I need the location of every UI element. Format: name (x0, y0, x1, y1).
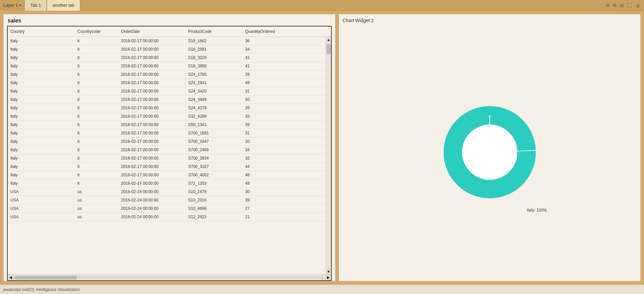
tab-another-tab-label: another tab (52, 3, 74, 8)
table-cell: 31 (243, 87, 293, 95)
table-cell: Italy (8, 45, 75, 53)
panel-title: sales (4, 14, 335, 26)
table-row[interactable]: Italyit2016-02-17 00:00:00S700_204730 (8, 137, 326, 146)
h-scroll-track (15, 276, 324, 280)
table-cell: 48 (243, 179, 293, 187)
table-row[interactable]: Italyit2016-02-17 00:00:00S72_125348 (8, 179, 326, 188)
tab-toolbar-icons: ✉ ⧉ ⊟ ⛶ 🖨 (606, 2, 644, 8)
table-cell: 31 (243, 129, 293, 137)
tab-tab1[interactable]: Tab 1 (24, 0, 47, 11)
table-row[interactable]: Italyit2016-02-17 00:00:00S700_283432 (8, 154, 326, 163)
table-cell: S24_3949 (185, 96, 243, 104)
print-icon[interactable]: 🖨 (635, 3, 640, 8)
table-row[interactable]: Italyit2016-02-17 00:00:00S50_134139 (8, 121, 326, 129)
dropdown-arrow-icon: ▾ (19, 3, 21, 7)
table-cell: it (75, 163, 118, 171)
email-icon[interactable]: ✉ (606, 3, 610, 8)
table-cell: us (75, 204, 118, 213)
table-cell: S24_3420 (185, 87, 243, 95)
table-cell: 28 (243, 70, 293, 78)
table-cell: it (75, 79, 118, 87)
table-cell: Italy (8, 154, 75, 162)
table-cell: it (75, 96, 118, 104)
table-row[interactable]: Italyit2016-02-17 00:00:00S32_428933 (8, 112, 326, 121)
table-cell: 32 (243, 154, 293, 162)
table-cell: S18_3856 (185, 62, 243, 70)
table-cell: USA (8, 196, 75, 204)
col-header-countrycode: Countrycode (75, 26, 118, 37)
table-row[interactable]: Italyit2016-02-17 00:00:00S24_178528 (8, 70, 326, 79)
table-row[interactable]: USAus2016-02-24 00:00:00S10_167830 (8, 188, 326, 196)
table-cell: Italy (8, 179, 75, 187)
filter-icon[interactable]: ⊟ (620, 3, 624, 8)
table-cell: Italy (8, 37, 75, 45)
table-row[interactable]: USAus2016-02-24 00:00:00S10_469827 (8, 204, 326, 213)
table-row[interactable]: USAus2016-02-24 00:00:00S10_201639 (8, 196, 326, 204)
table-cell: Italy (8, 62, 75, 70)
table-cell: it (75, 146, 118, 154)
table-cell: it (75, 112, 118, 120)
table-row[interactable]: Italyit2016-02-17 00:00:00S18_302941 (8, 54, 326, 62)
table-cell: S700_2466 (185, 146, 243, 154)
table-cell: USA (8, 204, 75, 213)
table-row[interactable]: Italyit2016-02-17 00:00:00S18_258134 (8, 45, 326, 54)
table-cell: 21 (243, 213, 293, 221)
table-cell: it (75, 87, 118, 95)
chart-title: Chart Widget 2 (342, 18, 374, 23)
table-cell: 44 (243, 163, 293, 171)
scroll-right-button[interactable]: ▶ (325, 275, 331, 281)
table-cell: S72_1253 (185, 179, 243, 187)
table-row[interactable]: Italyit2016-02-17 00:00:00S24_394950 (8, 96, 326, 104)
table-cell: 41 (243, 62, 293, 70)
table-cell: it (75, 129, 118, 137)
col-header-productcode: ProductCode (185, 26, 243, 37)
table-cell: 34 (243, 45, 293, 53)
tab-another-tab[interactable]: another tab (47, 0, 80, 11)
table-row[interactable]: Italyit2016-02-17 00:00:00S700_246634 (8, 146, 326, 154)
table-cell: S24_4278 (185, 104, 243, 112)
table-body[interactable]: Italyit2016-02-17 00:00:00S18_166236Ital… (8, 37, 326, 274)
table-row[interactable]: Italyit2016-02-17 00:00:00S18_166236 (8, 37, 326, 45)
table-cell: 2016-02-17 00:00:00 (118, 37, 185, 45)
table-cell: 2016-02-24 00:00:00 (118, 204, 185, 213)
scroll-down-button[interactable]: ▼ (326, 269, 331, 274)
table-row[interactable]: Italyit2016-02-17 00:00:00S700_316744 (8, 163, 326, 171)
copy-icon[interactable]: ⧉ (613, 2, 616, 8)
table-cell: it (75, 171, 118, 179)
table-cell: 30 (243, 137, 293, 145)
table-cell: 39 (243, 121, 293, 129)
table-cell: Italy (8, 70, 75, 78)
horizontal-scrollbar[interactable]: ◀ ▶ (8, 274, 331, 280)
table-cell: it (75, 37, 118, 45)
fullscreen-icon[interactable]: ⛶ (627, 3, 632, 8)
scroll-left-button[interactable]: ◀ (8, 275, 14, 281)
chart-area: Italy: 100% (342, 26, 637, 278)
table-cell: it (75, 137, 118, 145)
table-cell: S10_4698 (185, 204, 243, 213)
table-cell: S18_1662 (185, 37, 243, 45)
table-cell: 2016-02-17 00:00:00 (118, 129, 185, 137)
donut-chart: Italy: 100% (439, 102, 540, 202)
table-cell: Italy (8, 163, 75, 171)
table-row[interactable]: USAus2016-02-24 00:00:00S12_282321 (8, 213, 326, 221)
table-cell: 34 (243, 146, 293, 154)
scroll-up-button[interactable]: ▲ (326, 37, 331, 42)
table-cell: 2016-02-17 00:00:00 (118, 104, 185, 112)
table-row[interactable]: Italyit2016-02-17 00:00:00S700_169131 (8, 129, 326, 137)
table-cell: S10_1678 (185, 188, 243, 196)
table-cell: 2016-02-17 00:00:00 (118, 179, 185, 187)
table-cell: S24_1785 (185, 70, 243, 78)
tab-layer1[interactable]: Layer 1 ▾ (0, 0, 24, 11)
table-row[interactable]: Italyit2016-02-17 00:00:00S24_342031 (8, 87, 326, 96)
table-row[interactable]: Italyit2016-02-17 00:00:00S24_284149 (8, 79, 326, 87)
table-row[interactable]: Italyit2016-02-17 00:00:00S700_400248 (8, 171, 326, 179)
table-row[interactable]: Italyit2016-02-17 00:00:00S24_427826 (8, 104, 326, 112)
col-header-qty: QuantityOrdered (243, 26, 293, 37)
tab-tab1-label: Tab 1 (30, 3, 41, 8)
table-row[interactable]: Italyit2016-02-17 00:00:00S18_385641 (8, 62, 326, 70)
table-cell: Italy (8, 112, 75, 120)
vertical-scrollbar[interactable]: ▲ ▼ (326, 37, 331, 274)
table-cell: S700_2047 (185, 137, 243, 145)
table-cell: it (75, 154, 118, 162)
table-cell: 26 (243, 104, 293, 112)
